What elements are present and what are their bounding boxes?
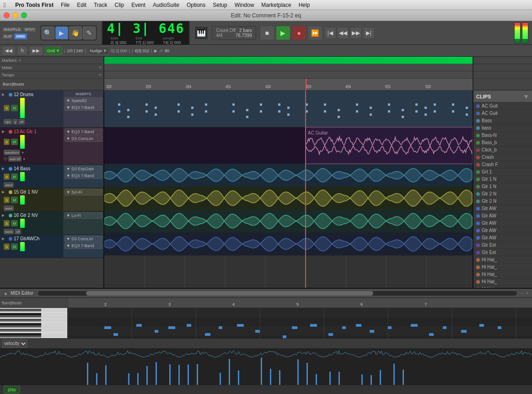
piano-black-key[interactable] (0, 324, 41, 325)
track-15-solo-btn[interactable]: S (4, 197, 10, 203)
track-12-clips-btn[interactable]: clps (4, 119, 12, 124)
play-btn[interactable]: ▶ (276, 26, 290, 40)
menu-file[interactable]: File (61, 2, 70, 8)
menu-help[interactable]: Help (299, 2, 310, 8)
apple-menu[interactable]:  (4, 1, 6, 9)
track-12-mute-btn[interactable]: M (11, 105, 18, 111)
clip-item[interactable]: Hi Hat_ (473, 271, 532, 278)
track-14-name[interactable]: 14 Bass (14, 166, 61, 171)
track-12-name[interactable]: 12 Drums (14, 92, 61, 97)
track-17-solo-btn[interactable]: S (4, 243, 10, 250)
zoom-out-btn[interactable]: - (521, 291, 523, 296)
track-12-off-btn[interactable]: off (18, 119, 25, 124)
track-17-insert-2[interactable]: ▼ EQ3 7-Band (64, 243, 102, 249)
rewind-btn[interactable]: ◀◀ (337, 27, 349, 39)
track-16-expand[interactable]: ▶ (2, 213, 7, 217)
clip-item[interactable]: Crash (473, 154, 532, 161)
shuffle-mode-btn[interactable]: SHUFFLE (2, 27, 22, 32)
close-button[interactable] (4, 12, 10, 18)
track-16-wave-btn[interactable]: wave (4, 229, 14, 234)
menu-marketplace[interactable]: Marketplace (261, 2, 291, 8)
track-13-expand[interactable]: ▶ (2, 130, 7, 134)
track-16-solo-btn[interactable]: S (4, 220, 10, 227)
track-15-name[interactable]: 15 Gtr 1 NV (14, 189, 61, 194)
piano-black-key[interactable] (0, 314, 41, 315)
zoom-tool-btn[interactable]: 🔍 (42, 27, 54, 39)
track-13-insert-2[interactable]: ▼ D3 ComLim (64, 135, 102, 142)
clip-item[interactable]: Crash F (473, 161, 532, 168)
track-13-mute-btn[interactable]: M (11, 139, 18, 145)
clip-item[interactable]: Gtr AW (473, 220, 532, 227)
track-17-name[interactable]: 17 GtrAWCh (14, 236, 61, 241)
fast-forward-btn[interactable]: ⏩ (308, 26, 322, 40)
back-btn[interactable]: ◀◀ (2, 46, 16, 55)
track-16-off-btn[interactable]: off (15, 229, 21, 234)
menu-edit[interactable]: Edit (77, 2, 86, 8)
grid-selector[interactable]: Grid ▼ (45, 47, 62, 55)
track-15-insert-1[interactable]: ▼ Sci-Fi (64, 189, 102, 195)
piano-black-key[interactable] (0, 309, 41, 310)
piano-black-key[interactable] (0, 323, 41, 324)
go-to-end-btn[interactable]: ▶| (363, 27, 375, 39)
zoom-in-btn[interactable]: + (526, 291, 528, 296)
piano-black-key[interactable] (0, 329, 41, 330)
clip-item[interactable]: Gtr Ext (473, 242, 532, 249)
grid-mode-btn[interactable]: GRID (14, 33, 27, 39)
track-12-p-btn[interactable]: p (13, 119, 17, 124)
minimize-button[interactable] (12, 12, 18, 18)
clip-item[interactable]: Hi Hat_ (473, 256, 532, 264)
horiz-scroll-thumb[interactable] (86, 291, 373, 296)
velocity-selector[interactable]: velocity (2, 340, 27, 348)
clips-panel-arrow[interactable]: ▼ (523, 93, 529, 100)
clip-item[interactable]: Gtr AW (473, 234, 532, 242)
clip-item[interactable]: Hi Hat_ (473, 264, 532, 271)
menu-track[interactable]: Track (94, 2, 107, 8)
clip-item[interactable]: Click_b (473, 146, 532, 154)
track-13-solo-btn[interactable]: S (4, 139, 10, 145)
track-15-mute-btn[interactable]: M (11, 197, 18, 203)
clip-item[interactable]: Bass_b (473, 139, 532, 146)
clip-item[interactable]: Gtr 1 N (473, 183, 532, 190)
track-14-insert-2[interactable]: ▼ EQ3 7-Band (64, 173, 102, 179)
track-14-mute-btn[interactable]: M (11, 173, 18, 180)
grabber-tool-btn[interactable]: 👋 (69, 27, 82, 39)
spot-mode-btn[interactable]: SPOT (23, 27, 37, 32)
clip-item[interactable]: Gtr 2 N (473, 198, 532, 205)
track-14-wave-btn[interactable]: wave (4, 182, 14, 188)
clip-item[interactable]: Gtr 1 N (473, 176, 532, 183)
track-14-solo-btn[interactable]: S (4, 173, 10, 180)
clip-item[interactable]: Gtr 2 N (473, 190, 532, 198)
menu-event[interactable]: Event (131, 2, 145, 8)
piano-black-key[interactable] (0, 335, 41, 335)
clip-item[interactable]: AC Guit (473, 110, 532, 117)
pencil-tool-btn[interactable]: ✎ (83, 27, 96, 39)
horiz-scroll-track[interactable] (38, 291, 517, 296)
clip-item[interactable]: AC Guit (473, 103, 532, 110)
piano-black-key[interactable] (0, 326, 41, 327)
markers-add-btn[interactable]: + (19, 58, 21, 63)
slip-mode-btn[interactable]: SLIP (2, 33, 14, 39)
clip-item[interactable]: Gtr AW (473, 212, 532, 220)
fast-fwd-btn[interactable]: ▶▶ (350, 27, 362, 39)
piano-black-key[interactable] (0, 319, 41, 320)
piano-black-key[interactable] (0, 330, 41, 331)
menu-window[interactable]: Window (235, 2, 254, 8)
clip-item[interactable]: bass (473, 124, 532, 132)
track-13-auto-btn[interactable]: auto off (8, 156, 21, 162)
track-14-expand[interactable]: ▶ (2, 167, 7, 171)
menu-options[interactable]: Options (187, 2, 205, 8)
track-15-expand[interactable]: ▶ (2, 190, 7, 194)
piano-black-key[interactable] (0, 320, 41, 321)
menu-audiosuite[interactable]: AudioSuite (153, 2, 179, 8)
track-14-insert-1[interactable]: ▼ D3 ExpGate (64, 166, 102, 172)
clip-item[interactable]: Hi Hat_ (473, 278, 532, 286)
record-btn[interactable]: ● (292, 26, 306, 40)
track-15-wave-btn[interactable]: wave (4, 205, 14, 211)
track-17-mute-btn[interactable]: M (11, 243, 18, 250)
rewind-to-start-btn[interactable]: |◀ (324, 27, 336, 39)
stop-btn[interactable]: ■ (260, 26, 274, 40)
piano-black-key[interactable] (0, 316, 41, 317)
track-12-insert-1[interactable]: ▼ Xpand!2 (64, 97, 102, 104)
track-13-waveform-btn[interactable]: waveform (4, 150, 20, 155)
meter-add-btn[interactable]: + (99, 65, 102, 70)
